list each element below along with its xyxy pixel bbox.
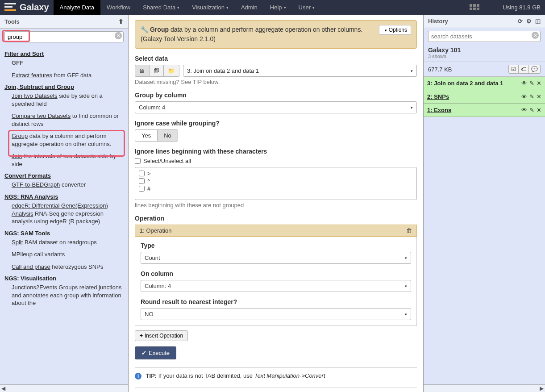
pencil-icon[interactable]: ✎ <box>529 107 534 113</box>
select-round[interactable]: NO▾ <box>141 308 411 320</box>
dataset-item[interactable]: 3: Join on data 2 and data 1 👁 ✎ ✕ <box>424 77 545 90</box>
history-shown: 3 shown <box>428 54 541 59</box>
checkbox-char-caret[interactable] <box>139 178 145 184</box>
chevron-down-icon: ▾ <box>177 5 179 10</box>
pencil-icon[interactable]: ✎ <box>529 93 534 100</box>
label-ignore-lines: Ignore lines beginning with these charac… <box>135 148 417 155</box>
nav-visualization[interactable]: Visualization▾ <box>186 0 235 15</box>
dataset-item[interactable]: 2: SNPs 👁 ✎ ✕ <box>424 90 545 104</box>
tool-split[interactable]: Split BAM dataset on readgroups <box>12 238 124 246</box>
brand-name: Galaxy <box>20 2 49 13</box>
ignore-case-no[interactable]: No <box>157 129 178 142</box>
tool-title: Group <box>150 26 169 33</box>
insert-operation-button[interactable]: + Insert Operation <box>135 330 188 341</box>
tip-text: i TIP: If your data is not TAB delimited… <box>135 372 417 379</box>
info-icon: i <box>135 373 141 379</box>
tool-compare[interactable]: Compare two Datasets to find common or d… <box>12 112 124 128</box>
masthead: Galaxy Analyze Data Workflow Shared Data… <box>0 0 545 15</box>
tool-description: data by a column and perform aggregate o… <box>141 26 362 42</box>
history-panel: History ⟳ ⚙ ◫ ✕ Galaxy 101 3 shown 677.7… <box>423 15 545 392</box>
clear-search-icon[interactable]: ✕ <box>532 32 539 39</box>
tool-join-two[interactable]: Join two Datasets side by side on a spec… <box>12 92 124 108</box>
check-icon[interactable]: ☑ <box>508 65 519 74</box>
annotate-icon[interactable]: 💬 <box>529 65 541 74</box>
eye-icon[interactable]: 👁 <box>521 80 527 87</box>
data-collection-icon[interactable]: 📁 <box>164 65 179 77</box>
tool-header: 🔧Group data by a column and perform aggr… <box>135 20 417 49</box>
data-single-icon[interactable]: 🗎 <box>135 65 150 77</box>
section-join-subtract-group[interactable]: Join, Subtract and Group <box>4 83 124 90</box>
logo[interactable]: Galaxy <box>0 2 54 13</box>
data-multiple-icon[interactable]: 🗐 <box>150 65 164 77</box>
chevron-down-icon: ▾ <box>411 105 413 110</box>
wrench-icon: 🔧 <box>141 26 148 33</box>
dataset-item[interactable]: 1: Exons 👁 ✎ ✕ <box>424 104 545 117</box>
section-ngs-rna[interactable]: NGS: RNA Analysis <box>4 193 124 200</box>
checkbox-char-gt[interactable] <box>139 171 145 176</box>
history-search-input[interactable] <box>428 31 541 42</box>
tool-call-phase[interactable]: Call and phase heterozygous SNPs <box>12 263 124 271</box>
label-group-by: Group by column <box>135 92 417 99</box>
subsection-gff: GFF <box>12 59 124 67</box>
nav-shared[interactable]: Shared Data▾ <box>137 0 186 15</box>
section-ngs-vis[interactable]: NGS: Visualisation <box>4 275 124 282</box>
execute-button[interactable]: ✔ Execute <box>135 346 176 359</box>
select-dataset[interactable]: 3: Join on data 2 and data 1▾ <box>183 65 417 77</box>
dataset-name: 3: Join on data 2 and data 1 <box>427 80 521 87</box>
tool-panel-header: Tools ⬆ <box>0 15 128 29</box>
tool-gtf-bedgraph[interactable]: GTF-to-BEDGraph converter <box>12 181 124 189</box>
pencil-icon[interactable]: ✎ <box>529 80 534 87</box>
close-icon[interactable]: ✕ <box>537 80 541 87</box>
nav-user[interactable]: User▾ <box>292 0 321 15</box>
section-ngs-sam[interactable]: NGS: SAM Tools <box>4 230 124 237</box>
tool-group[interactable]: Group data by a column and perform aggre… <box>12 132 124 148</box>
tool-edger[interactable]: edgeR: Differential Gene(Expression) Ana… <box>12 202 124 225</box>
clear-search-icon[interactable]: ✕ <box>115 32 122 39</box>
chevron-down-icon: ▾ <box>411 69 413 73</box>
chevron-down-icon: ▾ <box>284 5 286 10</box>
close-icon[interactable]: ✕ <box>537 93 541 100</box>
select-on-column[interactable]: Column: 4▾ <box>141 280 411 292</box>
operation-title: 1: Operation <box>140 227 172 234</box>
tools-title: Tools <box>4 18 20 25</box>
tool-mpileup[interactable]: MPileup call variants <box>12 250 124 259</box>
upload-icon[interactable]: ⬆ <box>118 18 124 25</box>
history-size: 677.7 KB <box>428 66 452 73</box>
section-filter-sort[interactable]: Filter and Sort <box>4 50 124 57</box>
tool-form: 🔧Group data by a column and perform aggr… <box>129 15 423 392</box>
options-button[interactable]: ▾ Options <box>379 25 411 35</box>
refresh-icon[interactable]: ⟳ <box>518 18 523 25</box>
trash-icon[interactable]: 🗑 <box>406 227 412 234</box>
close-icon[interactable]: ✕ <box>537 107 541 113</box>
history-header: History ⟳ ⚙ ◫ <box>424 15 545 28</box>
checkbox-char-hash[interactable] <box>139 186 145 192</box>
checkbox-select-all[interactable] <box>135 158 141 164</box>
nav-analyze[interactable]: Analyze Data <box>54 0 100 15</box>
tool-junctions2events[interactable]: Junctions2Events Groups related junction… <box>12 284 124 307</box>
chevron-down-icon: ▾ <box>226 5 229 10</box>
select-type[interactable]: Count▾ <box>141 252 411 264</box>
dataset-name: 1: Exons <box>427 107 521 113</box>
nav-admin[interactable]: Admin <box>235 0 264 15</box>
eye-icon[interactable]: 👁 <box>521 93 527 100</box>
ignore-case-yes[interactable]: Yes <box>135 129 157 142</box>
nav-workflow[interactable]: Workflow <box>100 0 137 15</box>
history-name[interactable]: Galaxy 101 <box>428 46 541 54</box>
galaxy-icon <box>4 3 16 12</box>
section-convert-formats[interactable]: Convert Formats <box>4 172 124 179</box>
tool-search-input[interactable] <box>4 31 124 42</box>
tool-join-intervals[interactable]: Join the intervals of two datasets side-… <box>12 152 124 168</box>
select-group-column[interactable]: Column: 4▾ <box>135 101 417 113</box>
panel-collapse-bar[interactable]: ◀ <box>0 384 128 392</box>
eye-icon[interactable]: 👁 <box>521 107 527 113</box>
tags-icon[interactable]: 🏷 <box>519 65 529 74</box>
scratchbook-icon[interactable] <box>470 4 480 11</box>
dataset-name: 2: SNPs <box>427 93 521 100</box>
gear-icon[interactable]: ⚙ <box>526 18 532 25</box>
multi-view-icon[interactable]: ◫ <box>535 18 541 25</box>
label-operation: Operation <box>135 215 417 222</box>
tool-extract-features[interactable]: Extract features from GFF data <box>12 71 124 79</box>
panel-collapse-bar[interactable]: ▶ <box>424 384 545 392</box>
ignore-chars-list[interactable]: > ^ # <box>135 167 417 200</box>
nav-help[interactable]: Help▾ <box>264 0 292 15</box>
